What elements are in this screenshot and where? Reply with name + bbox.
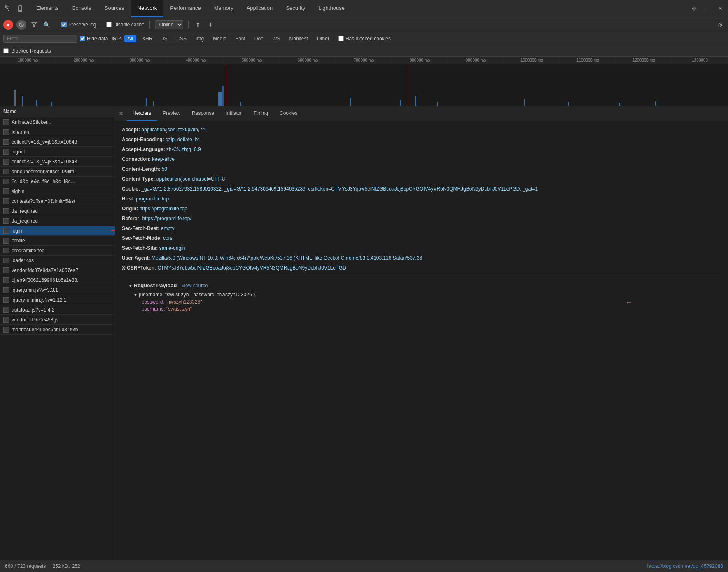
- blocked-requests-checkbox[interactable]: [3, 48, 9, 53]
- export-icon[interactable]: ⬇: [206, 20, 215, 29]
- request-item-tfa1[interactable]: tfa_required: [0, 206, 115, 216]
- panel-close-button[interactable]: ✕: [119, 110, 124, 117]
- header-host: Host: programlife.top: [122, 195, 721, 202]
- filter-xhr[interactable]: XHR: [139, 35, 156, 42]
- header-content-length: Content-Length: 50: [122, 165, 721, 173]
- timeline-label-6: 600000 ms: [280, 57, 336, 64]
- panel-tab-preview[interactable]: Preview: [157, 106, 186, 121]
- request-item-programlife[interactable]: programlife.top: [0, 246, 115, 256]
- disable-cache-label[interactable]: Disable cache: [106, 22, 144, 28]
- panel-tab-cookies[interactable]: Cookies: [274, 106, 303, 121]
- close-icon[interactable]: ✕: [716, 4, 725, 13]
- hide-data-urls-label[interactable]: Hide data URLs: [80, 36, 122, 42]
- request-item-autoload[interactable]: autoload.js?v=1.4.2: [0, 305, 115, 315]
- panel-tab-timing[interactable]: Timing: [247, 106, 274, 121]
- header-sec-fetch-mode: Sec-Fetch-Mode: cors: [122, 235, 721, 242]
- request-item-animatedsticker[interactable]: AnimatedSticker...: [0, 117, 115, 127]
- filter-other[interactable]: Other: [314, 35, 333, 42]
- filter-css[interactable]: CSS: [173, 35, 190, 42]
- throttle-select[interactable]: Online: [155, 20, 183, 29]
- request-item-announcement[interactable]: announcement?offset=0&limi.: [0, 167, 115, 177]
- filter-manifest[interactable]: Manifest: [286, 35, 311, 42]
- timeline-bar-10: [350, 98, 351, 106]
- search-icon[interactable]: 🔍: [42, 20, 51, 29]
- tab-elements[interactable]: Elements: [30, 0, 65, 17]
- filter-doc[interactable]: Doc: [251, 35, 266, 42]
- filter-media[interactable]: Media: [210, 35, 230, 42]
- filter-js[interactable]: JS: [158, 35, 170, 42]
- timeline-label-9: 900000 ms: [448, 57, 504, 64]
- payload-title[interactable]: Request Payload: [128, 282, 177, 288]
- tab-security[interactable]: Security: [279, 0, 312, 17]
- tab-sources[interactable]: Sources: [98, 0, 131, 17]
- payload-object-line[interactable]: {username: "swust-zyh", password: "hwszy…: [133, 292, 715, 298]
- request-item-sighin[interactable]: sighin: [0, 186, 115, 196]
- request-icon-4: [3, 159, 9, 165]
- request-icon-14: [3, 258, 9, 263]
- record-button[interactable]: ●: [3, 20, 13, 30]
- filter-font[interactable]: Font: [232, 35, 249, 42]
- timeline-bar-15: [568, 102, 569, 106]
- request-item-contests[interactable]: contests?offset=0&limit=5&st: [0, 196, 115, 206]
- request-item-logout[interactable]: logout: [0, 147, 115, 157]
- request-item-idle[interactable]: Idle.mtn: [0, 127, 115, 137]
- mobile-icon[interactable]: [16, 4, 25, 13]
- more-icon[interactable]: ⋮: [702, 4, 712, 13]
- preserve-log-checkbox[interactable]: [61, 22, 67, 27]
- request-item-vendordll[interactable]: vendor.dll.9e0e458.js: [0, 315, 115, 325]
- settings-icon-2[interactable]: ⚙: [716, 20, 725, 29]
- preserve-log-label[interactable]: Preserve log: [61, 22, 96, 28]
- request-item-qstring[interactable]: ?c=d&c=e&c=f&c=h&c=i&c...: [0, 177, 115, 186]
- request-item-jquery[interactable]: jquery.min.js?v=3.3.1: [0, 285, 115, 295]
- filter-input[interactable]: [3, 35, 77, 43]
- timeline-labels: 100000 ms 200000 ms 300000 ms 400000 ms …: [0, 57, 728, 64]
- stop-button[interactable]: [16, 20, 26, 30]
- request-item-tfa2[interactable]: tfa_required: [0, 216, 115, 226]
- timeline[interactable]: 100000 ms 200000 ms 300000 ms 400000 ms …: [0, 57, 728, 106]
- tab-console[interactable]: Console: [65, 0, 98, 17]
- header-accept: Accept: application/json, text/plain, */…: [122, 126, 721, 133]
- password-arrow: ←: [625, 298, 632, 307]
- panel-tab-headers[interactable]: Headers: [127, 106, 157, 121]
- inspect-icon[interactable]: [3, 4, 12, 13]
- request-icon-17: [3, 287, 9, 293]
- request-item-login[interactable]: login ←: [0, 226, 115, 236]
- blocked-requests-row: Blocked Requests: [0, 45, 728, 57]
- request-item-collect1[interactable]: collect?v=1&_v=j83&a=10843: [0, 137, 115, 147]
- request-item-manifest[interactable]: manifest.8445eec6bb5b34f6fb: [0, 325, 115, 335]
- request-item-collect2[interactable]: collect?v=1&_v=j83&a=10843: [0, 157, 115, 167]
- filter-icon[interactable]: [30, 20, 39, 29]
- has-blocked-cookies-label[interactable]: Has blocked cookies: [338, 36, 391, 42]
- request-item-oj[interactable]: oj.eb9ff30621699661b5a1e38.: [0, 275, 115, 285]
- import-icon[interactable]: ⬆: [194, 20, 203, 29]
- payload-divider: [122, 275, 721, 275]
- request-item-vendor1[interactable]: vendor.fdc87e8da7e1a057ea7.: [0, 265, 115, 275]
- settings-icon[interactable]: ⚙: [689, 4, 698, 13]
- timeline-bar-11: [400, 100, 401, 106]
- filter-img[interactable]: Img: [192, 35, 207, 42]
- view-source-link[interactable]: view source: [182, 283, 208, 288]
- request-item-profile[interactable]: profile: [0, 236, 115, 246]
- timeline-bar-9: [240, 102, 241, 106]
- request-item-loader[interactable]: loader.css: [0, 256, 115, 265]
- filter-bar: Hide data URLs All XHR JS CSS Img Media …: [0, 32, 728, 45]
- tab-lighthouse[interactable]: Lighthouse: [312, 0, 351, 17]
- tab-memory[interactable]: Memory: [208, 0, 240, 17]
- panel-tab-response[interactable]: Response: [186, 106, 220, 121]
- filter-ws[interactable]: WS: [269, 35, 283, 42]
- panel-tab-initiator[interactable]: Initiator: [220, 106, 247, 121]
- timeline-label-5: 500000 ms: [224, 57, 280, 64]
- tab-network[interactable]: Network: [131, 0, 164, 17]
- tab-performance[interactable]: Performance: [163, 0, 207, 17]
- payload-field-username: username: "swust-zyh": [133, 306, 715, 312]
- disable-cache-checkbox[interactable]: [106, 22, 112, 27]
- separator-2: [101, 21, 101, 29]
- filter-all[interactable]: All: [124, 35, 136, 42]
- request-icon-19: [3, 307, 9, 313]
- tab-application[interactable]: Application: [240, 0, 280, 17]
- request-item-jqueryui[interactable]: jquery-ui.min.js?v=1.12.1: [0, 295, 115, 305]
- hide-data-urls-checkbox[interactable]: [80, 36, 85, 41]
- status-bar: 660 / 723 requests 252 kB / 252 https://…: [0, 560, 728, 572]
- has-blocked-cookies-checkbox[interactable]: [338, 36, 344, 41]
- timeline-label-11: 1100000 ms: [560, 57, 616, 64]
